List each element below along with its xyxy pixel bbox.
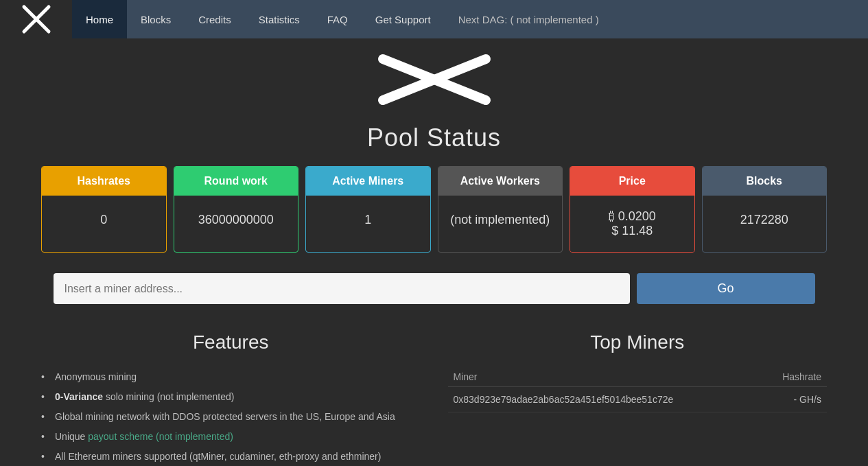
- feature-item-1: Anonymous mining: [41, 367, 421, 387]
- hero-logo-icon: [376, 52, 493, 107]
- logo: [0, 0, 72, 38]
- card-hashrates-value: 0: [42, 196, 166, 244]
- card-hashrates: Hashrates 0: [41, 166, 167, 253]
- card-price-value: ₿ 0.0200 $ 11.48: [570, 196, 694, 252]
- card-blocks-header: Blocks: [703, 167, 827, 196]
- search-row: Go: [0, 273, 868, 304]
- bottom-section: Features Anonymous mining 0-Variance sol…: [0, 331, 868, 466]
- card-blocks-value: 2172280: [703, 196, 827, 244]
- card-workers-value: (not implemented): [438, 196, 563, 244]
- nav-faq[interactable]: FAQ: [314, 0, 362, 38]
- go-button[interactable]: Go: [637, 273, 815, 304]
- card-blocks: Blocks 2172280: [702, 166, 828, 253]
- card-roundwork-value: 36000000000: [174, 196, 298, 244]
- feature-item-4: Unique payout scheme (not implemented): [41, 427, 421, 447]
- card-workers: Active Workers (not implemented): [438, 166, 563, 253]
- search-input[interactable]: [54, 273, 630, 304]
- card-price-btc: ₿ 0.0200: [609, 209, 656, 224]
- miners-col-hashrate: Hashrate: [760, 367, 827, 387]
- top-miners-title: Top Miners: [448, 331, 828, 353]
- nav-links: Home Blocks Credits Statistics FAQ Get S…: [72, 0, 613, 38]
- nav-blocks[interactable]: Blocks: [127, 0, 185, 38]
- card-hashrates-header: Hashrates: [42, 167, 166, 196]
- payout-scheme-link[interactable]: payout scheme (not implemented): [88, 431, 233, 442]
- logo-icon: [21, 4, 51, 34]
- card-price-usd: $ 11.48: [611, 224, 653, 238]
- top-miners-section: Top Miners Miner Hashrate 0x83d923e79ada…: [448, 331, 828, 466]
- miners-table-header-row: Miner Hashrate: [448, 367, 828, 387]
- hero-logo: [376, 52, 493, 110]
- card-miners-header: Active Miners: [306, 167, 430, 196]
- card-workers-header: Active Workers: [438, 167, 563, 196]
- features-list: Anonymous mining 0-Variance solo mining …: [41, 367, 421, 466]
- navigation: Home Blocks Credits Statistics FAQ Get S…: [0, 0, 868, 38]
- card-price: Price ₿ 0.0200 $ 11.48: [570, 166, 695, 253]
- miners-col-miner: Miner: [448, 367, 760, 387]
- miner-hashrate: - GH/s: [760, 387, 827, 412]
- table-row: 0x83d923e79adae2ab6ac52a451ef5014bee51c7…: [448, 387, 828, 412]
- feature-item-3: Global mining network with DDOS protecte…: [41, 407, 421, 427]
- pool-status-title: Pool Status: [0, 124, 868, 152]
- card-miners: Active Miners 1: [305, 166, 431, 253]
- hero-section: [0, 38, 868, 117]
- feature-item-5: All Ethereum miners supported (qtMiner, …: [41, 447, 421, 466]
- miner-address: 0x83d923e79adae2ab6ac52a451ef5014bee51c7…: [448, 387, 760, 412]
- nav-credits[interactable]: Credits: [185, 0, 245, 38]
- nav-home[interactable]: Home: [72, 0, 127, 38]
- nav-support[interactable]: Get Support: [362, 0, 445, 38]
- card-miners-value: 1: [306, 196, 430, 244]
- card-roundwork: Round work 36000000000: [174, 166, 299, 253]
- features-section: Features Anonymous mining 0-Variance sol…: [41, 331, 421, 466]
- features-title: Features: [41, 331, 421, 353]
- card-roundwork-header: Round work: [174, 167, 298, 196]
- status-cards: Hashrates 0 Round work 36000000000 Activ…: [0, 166, 868, 253]
- card-price-header: Price: [570, 167, 694, 196]
- miners-table: Miner Hashrate 0x83d923e79adae2ab6ac52a4…: [448, 367, 828, 412]
- nav-dag-label: Next DAG: ( not implemented ): [445, 14, 613, 25]
- feature-item-2: 0-Variance solo mining (not implemented): [41, 387, 421, 407]
- nav-statistics[interactable]: Statistics: [245, 0, 314, 38]
